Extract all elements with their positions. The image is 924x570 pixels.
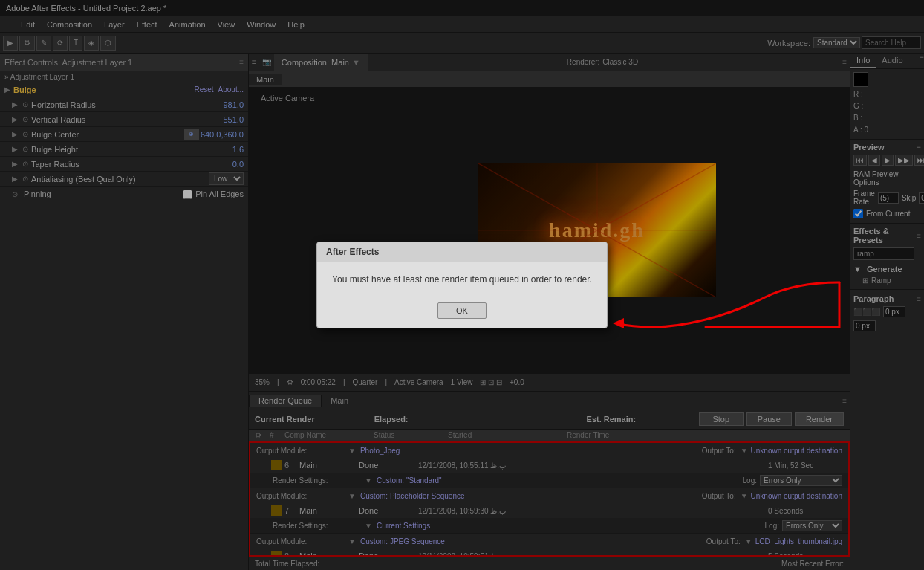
- dialog-body: You must have at least one render item q…: [317, 262, 607, 297]
- dialog-box: After Effects You must have at least one…: [316, 242, 608, 328]
- dialog-overlay: After Effects You must have at least one…: [0, 0, 924, 570]
- dialog-ok-btn[interactable]: OK: [437, 302, 487, 319]
- dialog-titlebar: After Effects: [317, 242, 607, 262]
- dialog-footer: OK: [317, 297, 607, 328]
